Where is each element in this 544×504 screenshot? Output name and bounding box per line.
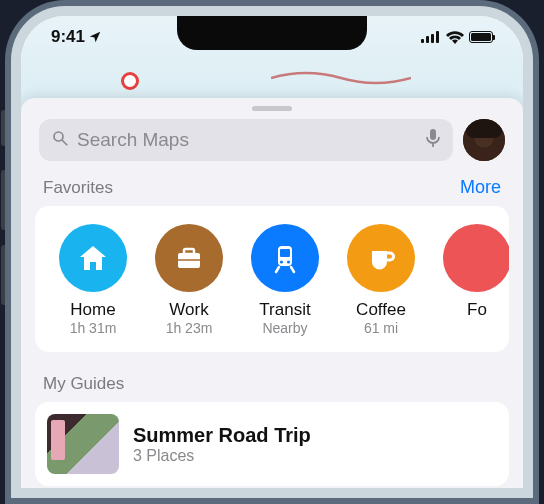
map-pin-icon [121, 72, 139, 90]
screen: 9:41 [21, 16, 523, 488]
map-road [271, 68, 411, 88]
device-frame-outer: 9:41 [5, 0, 539, 504]
favorite-label: Fo [467, 300, 487, 320]
svg-point-14 [287, 260, 290, 263]
search-icon [51, 129, 69, 151]
guide-subtitle: 3 Places [133, 447, 311, 465]
svg-rect-1 [426, 36, 429, 43]
svg-point-13 [280, 260, 283, 263]
guides-heading: My Guides [43, 374, 124, 394]
train-icon [251, 224, 319, 292]
favorites-more-link[interactable]: More [460, 177, 501, 198]
guide-thumbnail [47, 414, 119, 474]
search-placeholder: Search Maps [77, 129, 417, 151]
volume-up-button [1, 170, 5, 230]
svg-rect-3 [436, 31, 439, 43]
microphone-icon[interactable] [425, 128, 441, 152]
guide-item[interactable]: Summer Road Trip 3 Places [35, 402, 509, 486]
cellular-icon [421, 31, 441, 43]
device-frame: 9:41 [11, 6, 533, 498]
coffee-cup-icon [347, 224, 415, 292]
guide-title: Summer Road Trip [133, 424, 311, 447]
favorites-strip[interactable]: Home 1h 31m Work [37, 224, 507, 336]
favorite-coffee[interactable]: Coffee 61 mi [345, 224, 417, 336]
briefcase-icon [155, 224, 223, 292]
home-icon [59, 224, 127, 292]
svg-rect-9 [184, 249, 194, 254]
search-sheet: Search Maps [21, 98, 523, 488]
favorite-sub: 1h 31m [70, 320, 117, 336]
favorite-transit[interactable]: Transit Nearby [249, 224, 321, 336]
svg-line-5 [62, 140, 67, 145]
favorite-home[interactable]: Home 1h 31m [57, 224, 129, 336]
favorite-label: Home [70, 300, 115, 320]
favorite-partial[interactable]: Fo [441, 224, 509, 336]
notch [177, 16, 367, 50]
sheet-grabber[interactable] [252, 106, 292, 111]
status-time: 9:41 [51, 27, 85, 47]
favorite-label: Transit [259, 300, 310, 320]
food-icon [443, 224, 509, 292]
favorite-label: Coffee [356, 300, 406, 320]
svg-rect-6 [430, 129, 436, 140]
favorite-sub: 1h 23m [166, 320, 213, 336]
favorite-label: Work [169, 300, 208, 320]
side-button [1, 110, 5, 146]
location-icon [88, 30, 102, 44]
svg-rect-2 [431, 34, 434, 43]
profile-avatar[interactable] [463, 119, 505, 161]
favorite-sub: Nearby [262, 320, 307, 336]
favorite-work[interactable]: Work 1h 23m [153, 224, 225, 336]
battery-icon [469, 31, 493, 43]
svg-rect-0 [421, 39, 424, 43]
search-input[interactable]: Search Maps [39, 119, 453, 161]
favorites-heading: Favorites [43, 178, 113, 198]
favorites-card: Home 1h 31m Work [35, 206, 509, 352]
favorite-sub: 61 mi [364, 320, 398, 336]
volume-down-button [1, 245, 5, 305]
wifi-icon [446, 31, 464, 44]
svg-rect-12 [280, 249, 290, 257]
